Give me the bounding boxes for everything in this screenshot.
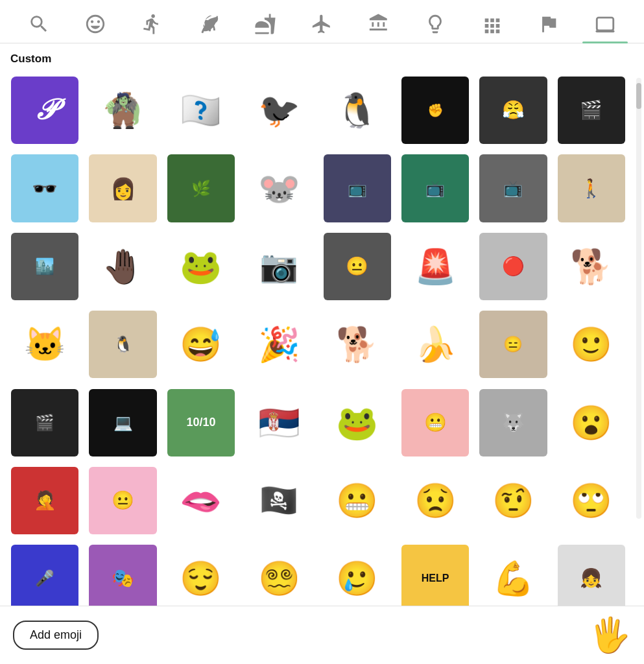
list-item[interactable]: 🐕 xyxy=(553,228,630,305)
list-item[interactable]: 😅 xyxy=(163,306,239,383)
list-item[interactable]: 🐸 xyxy=(319,385,396,461)
category-person[interactable] xyxy=(124,8,180,43)
bottom-bar: Add emoji 🖐️ xyxy=(0,606,644,664)
list-item[interactable]: 🐧 xyxy=(319,72,396,148)
list-item[interactable]: 🇷🇸 xyxy=(241,385,317,461)
wave-hand-emoji[interactable]: 🖐️ xyxy=(589,615,631,655)
category-smiley[interactable] xyxy=(67,8,123,43)
section-label: Custom xyxy=(0,43,644,72)
list-item[interactable]: 🏙️ xyxy=(6,228,83,305)
list-item[interactable]: 🍌 xyxy=(397,306,473,383)
list-item[interactable]: ✊ xyxy=(397,72,473,148)
list-item[interactable]: 🌿 xyxy=(163,150,239,226)
list-item[interactable]: 😮 xyxy=(553,385,630,461)
scrollbar-thumb[interactable] xyxy=(636,83,641,109)
list-item[interactable]: 🤨 xyxy=(475,462,551,539)
list-item[interactable]: 🐱 xyxy=(6,306,83,383)
emoji-grid: 𝒫 🧌 🇾🇺 🐦‍⬛ 🐧 ✊ 😤 🎬 🕶️ 👩 🌿 🐭 📺 📺 📺 🚶 🏙️ xyxy=(0,72,644,664)
list-item[interactable]: 💻 xyxy=(84,385,161,461)
list-item[interactable]: 👩 xyxy=(84,150,161,226)
list-item[interactable]: 🎬 xyxy=(553,72,630,148)
list-item[interactable]: 😐 xyxy=(319,228,396,305)
list-item[interactable]: 10/10 xyxy=(163,385,239,461)
list-item[interactable]: 🎉 xyxy=(241,306,317,383)
svg-rect-0 xyxy=(597,18,614,30)
list-item[interactable]: 🔴 xyxy=(475,228,551,305)
list-item[interactable]: 𝒫 xyxy=(6,72,83,148)
list-item[interactable]: 🤦 xyxy=(6,462,83,539)
add-emoji-button[interactable]: Add emoji xyxy=(13,621,99,650)
category-search[interactable] xyxy=(10,8,67,43)
list-item[interactable]: 😐 xyxy=(84,462,161,539)
list-item[interactable]: 😑 xyxy=(475,306,551,383)
category-food[interactable] xyxy=(237,8,293,43)
list-item[interactable]: 🎬 xyxy=(6,385,83,461)
list-item[interactable]: 🐭 xyxy=(241,150,317,226)
category-flags[interactable] xyxy=(520,8,577,43)
list-item[interactable]: 🚶 xyxy=(553,150,630,226)
list-item[interactable]: 🕶️ xyxy=(6,150,83,226)
list-item[interactable]: 🐧 xyxy=(84,306,161,383)
scrollbar-track[interactable] xyxy=(636,78,641,519)
category-nature[interactable] xyxy=(180,8,237,43)
list-item[interactable]: 🧌 xyxy=(84,72,161,148)
list-item[interactable]: 🙂 xyxy=(553,306,630,383)
category-custom[interactable] xyxy=(577,8,634,43)
category-travel[interactable] xyxy=(294,8,350,43)
list-item[interactable]: 🤚🏿 xyxy=(84,228,161,305)
list-item[interactable]: 📺 xyxy=(319,150,396,226)
category-activity[interactable] xyxy=(350,8,407,43)
list-item[interactable]: 🚨 xyxy=(397,228,473,305)
list-item[interactable]: 😬 xyxy=(397,385,473,461)
list-item[interactable]: 📺 xyxy=(397,150,473,226)
list-item[interactable]: 🙄 xyxy=(553,462,630,539)
category-symbols[interactable] xyxy=(464,8,520,43)
list-item[interactable]: 📷 xyxy=(241,228,317,305)
list-item[interactable]: 🐕 xyxy=(319,306,396,383)
list-item[interactable]: 🐺 xyxy=(475,385,551,461)
list-item[interactable]: 😟 xyxy=(397,462,473,539)
category-objects[interactable] xyxy=(407,8,464,43)
list-item[interactable]: 😬 xyxy=(319,462,396,539)
list-item[interactable]: 😤 xyxy=(475,72,551,148)
list-item[interactable]: 🫦 xyxy=(163,462,239,539)
list-item[interactable]: 🐸 xyxy=(163,228,239,305)
list-item[interactable]: 🐦‍⬛ xyxy=(241,72,317,148)
category-bar xyxy=(0,0,644,43)
list-item[interactable]: 🇾🇺 xyxy=(163,72,239,148)
list-item[interactable]: 🏴‍☠️ xyxy=(241,462,317,539)
list-item[interactable]: 📺 xyxy=(475,150,551,226)
